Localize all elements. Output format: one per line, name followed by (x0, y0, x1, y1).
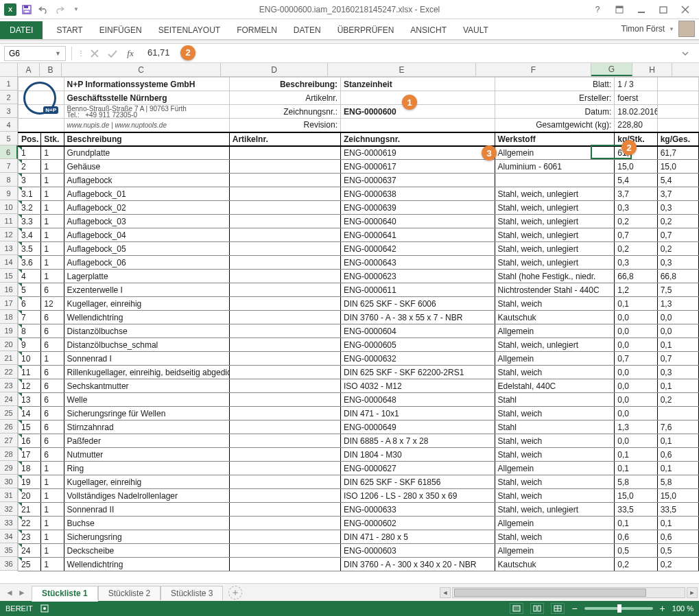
cell[interactable]: ENG-0000603 (340, 544, 495, 558)
cell[interactable] (229, 434, 340, 448)
cell[interactable]: Zeichnungsnr.: (229, 105, 340, 119)
hscroll-right-icon[interactable]: ► (687, 587, 698, 598)
cell[interactable]: 0,1 (657, 434, 698, 448)
row-header-29[interactable]: 29 (0, 461, 18, 475)
cell[interactable]: 22 (19, 517, 41, 530)
cell[interactable]: ISO 4032 - M12 (340, 379, 495, 393)
cell[interactable]: Stahl, weich, unlegiert (495, 228, 615, 242)
cell[interactable]: ENG-0000627 (340, 462, 495, 475)
cell[interactable]: Auflagebock (64, 174, 229, 187)
cell[interactable]: DIN 3760 - A - 38 x 55 x 7 - NBR (340, 311, 495, 324)
cell[interactable]: 0,0 (615, 366, 657, 379)
maximize-icon[interactable] (654, 3, 673, 16)
row-header-36[interactable]: 36 (0, 557, 18, 571)
cell[interactable]: Datum: (495, 105, 615, 119)
tab-insert[interactable]: EINFÜGEN (91, 21, 150, 39)
cell[interactable]: Distanzölbuchse (64, 324, 229, 338)
cancel-icon[interactable] (87, 46, 102, 61)
cell[interactable]: 4 (19, 270, 41, 283)
cell[interactable]: 17 (19, 448, 41, 462)
cell[interactable]: 1 (41, 187, 64, 201)
cell[interactable]: 14 (19, 407, 41, 420)
cell[interactable]: 0,6 (657, 530, 698, 544)
row-header-28[interactable]: 28 (0, 447, 18, 461)
cell[interactable]: 0,0 (615, 407, 657, 420)
cell[interactable] (229, 283, 340, 297)
cell[interactable]: 6 (41, 420, 64, 434)
cell[interactable]: 0,2 (615, 242, 657, 256)
cell[interactable]: 1,3 (657, 297, 698, 311)
add-sheet-button[interactable]: ＋ (228, 586, 242, 600)
cell[interactable]: Stahl, weich, unlegiert (495, 338, 615, 352)
col-header-G[interactable]: G (591, 63, 632, 76)
cell[interactable] (657, 119, 698, 132)
cell[interactable]: 0,1 (657, 379, 698, 393)
cell[interactable]: 0,6 (615, 530, 657, 544)
cell[interactable]: 1,2 (615, 283, 657, 297)
cell[interactable]: 1 (41, 489, 64, 503)
cell[interactable]: foerst (615, 91, 657, 105)
cell[interactable]: 18.02.2016 (615, 105, 657, 119)
cell[interactable] (340, 119, 495, 132)
cell[interactable] (229, 530, 340, 544)
cell[interactable]: 7,5 (657, 283, 698, 297)
cell[interactable]: 0,7 (657, 352, 698, 366)
view-pagelayout-icon[interactable] (530, 603, 544, 614)
row-header-27[interactable]: 27 (0, 434, 18, 447)
cell[interactable]: 6 (19, 297, 41, 311)
formula-input[interactable]: 61,71 2 (141, 46, 678, 61)
row-header-23[interactable]: 23 (0, 379, 18, 392)
cell[interactable]: 0,2 (657, 215, 698, 228)
avatar[interactable] (678, 21, 695, 37)
cell[interactable] (229, 407, 340, 420)
cell[interactable]: Revision: (229, 119, 340, 132)
cell[interactable]: ENG-0000643 (340, 256, 495, 270)
cell[interactable]: 0,5 (657, 544, 698, 558)
close-icon[interactable] (676, 3, 695, 16)
cell[interactable]: 0,2 (657, 558, 698, 571)
cell[interactable]: 15,0 (615, 160, 657, 174)
cell[interactable]: Distanzölbuchse_schmal (64, 338, 229, 352)
cell[interactable]: 228,80 (615, 119, 657, 132)
cell[interactable]: Stahl, weich, unlegiert (495, 215, 615, 228)
cell[interactable]: Beschreibung: (229, 78, 340, 91)
cell[interactable]: Ring (64, 462, 229, 475)
cell[interactable]: 8 (19, 324, 41, 338)
cell[interactable] (229, 256, 340, 270)
cell[interactable]: 1 (41, 544, 64, 558)
cell[interactable]: 0,3 (657, 366, 698, 379)
cell[interactable]: 1 / 3 (615, 78, 657, 91)
col-header-E[interactable]: E (328, 63, 476, 76)
cell[interactable]: Buchse (64, 517, 229, 530)
cell[interactable]: 1 (41, 558, 64, 571)
row-header-12[interactable]: 12 (0, 228, 18, 241)
cell[interactable]: Allgemein (495, 352, 615, 366)
cell[interactable]: 1 (41, 174, 64, 187)
cell[interactable] (229, 558, 340, 571)
cell[interactable]: 0,2 (657, 393, 698, 407)
tab-review[interactable]: ÜBERPRÜFEN (329, 21, 403, 39)
cell[interactable]: 0,3 (615, 201, 657, 215)
cell[interactable]: 61,7 (657, 146, 698, 160)
cell[interactable]: ENG-0000600 (340, 105, 495, 119)
cell[interactable] (229, 338, 340, 352)
row-header-11[interactable]: 11 (0, 214, 18, 228)
cell[interactable] (657, 407, 698, 420)
cell[interactable] (19, 119, 41, 132)
cell[interactable] (229, 352, 340, 366)
cell[interactable] (229, 187, 340, 201)
cell[interactable]: ENG-0000649 (340, 420, 495, 434)
cell[interactable]: 0,1 (657, 517, 698, 530)
cell[interactable]: 0,0 (615, 311, 657, 324)
row-header-6[interactable]: 6 (0, 145, 18, 159)
cell[interactable]: Sicherungsringe für Wellen (64, 407, 229, 420)
resize-handle-icon[interactable]: ⋮ (78, 49, 84, 57)
cell[interactable] (229, 146, 340, 160)
row-header-18[interactable]: 18 (0, 310, 18, 324)
cell[interactable]: 3.2 (19, 201, 41, 215)
sheet-nav-next-icon[interactable]: ► (16, 588, 27, 597)
row-header-20[interactable]: 20 (0, 337, 18, 351)
cell[interactable] (229, 324, 340, 338)
cell[interactable] (41, 119, 64, 132)
col-header-B[interactable]: B (40, 63, 62, 76)
